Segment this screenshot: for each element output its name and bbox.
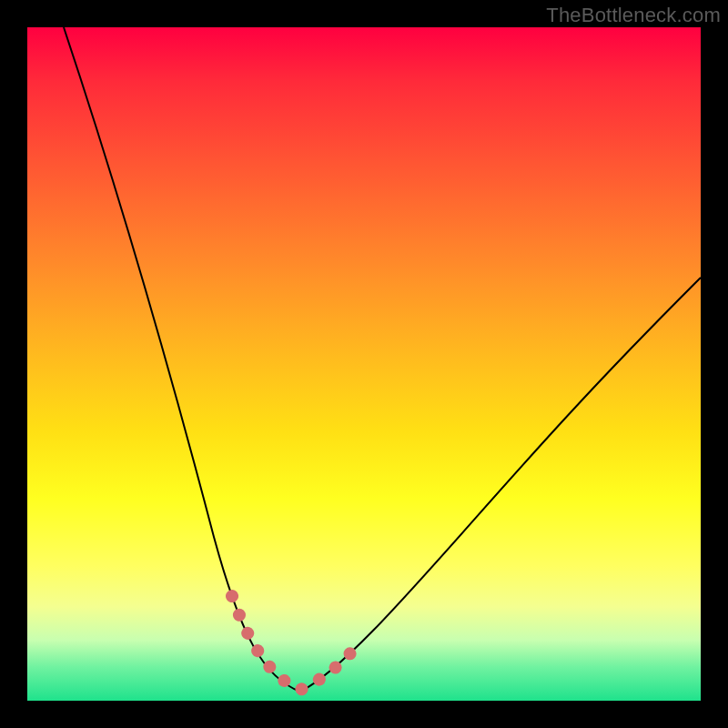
right-curve — [300, 278, 701, 692]
curve-layer — [27, 27, 701, 701]
left-curve — [64, 27, 300, 692]
watermark-text: TheBottleneck.com — [546, 4, 721, 27]
